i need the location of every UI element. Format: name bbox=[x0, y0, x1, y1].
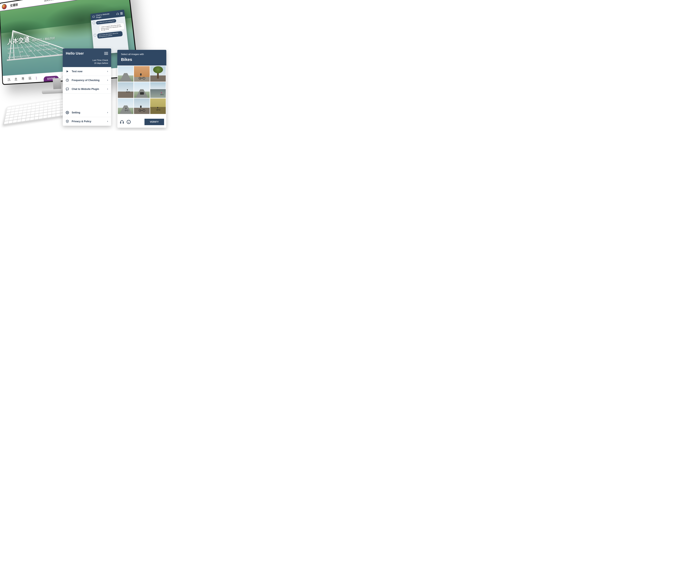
play-icon bbox=[66, 70, 69, 73]
chevron-right-icon bbox=[107, 120, 108, 123]
svg-rect-1 bbox=[117, 14, 117, 15]
captcha-instruction: Select all images with bbox=[121, 53, 163, 56]
captcha-target: Bikes bbox=[121, 57, 163, 62]
captcha-panel: Select all images with Bikes VERIFY bbox=[117, 50, 166, 128]
captcha-tile[interactable] bbox=[150, 82, 166, 98]
svg-rect-8 bbox=[123, 122, 124, 123]
menu-toggle-button[interactable] bbox=[104, 52, 108, 55]
svg-point-5 bbox=[67, 112, 68, 113]
svg-rect-2 bbox=[118, 14, 119, 15]
chat-icon bbox=[92, 15, 95, 18]
section-title-text: 訊 息 專 區 bbox=[8, 76, 33, 81]
captcha-tile[interactable] bbox=[118, 66, 133, 82]
audio-challenge-button[interactable] bbox=[120, 120, 124, 124]
shield-icon bbox=[66, 120, 69, 123]
menu-list: Test now Frequency of Checking Chat to W… bbox=[63, 67, 111, 126]
chat-widget-title: Chat to Website Plugin bbox=[96, 12, 115, 19]
verify-button[interactable]: VERIFY bbox=[144, 119, 164, 125]
hamburger-icon[interactable] bbox=[120, 12, 123, 15]
chevron-right-icon bbox=[107, 88, 108, 90]
keyboard-mockup bbox=[3, 98, 66, 125]
nav-item[interactable]: 認識交通部 bbox=[44, 0, 55, 2]
chat-bubble-bot: Here is the information about the drivin… bbox=[97, 31, 123, 39]
headphones-icon bbox=[120, 120, 124, 124]
menu-item-test-now[interactable]: Test now bbox=[63, 67, 111, 76]
menu-item-setting[interactable]: Setting bbox=[63, 108, 111, 117]
site-logo-text: 交通部 bbox=[10, 3, 18, 8]
menu-item-chat-plugin[interactable]: Chat to Website Plugin bbox=[63, 85, 111, 94]
chat-bubble-user: I want to inquire about the driving lice… bbox=[99, 23, 125, 32]
clock-icon bbox=[66, 78, 69, 82]
menu-item-label: Frequency of Checking bbox=[72, 79, 100, 82]
captcha-grid bbox=[117, 66, 166, 115]
app-panel: Hello User Last Time Check 20 days befor… bbox=[63, 48, 111, 126]
captcha-tile[interactable] bbox=[134, 98, 150, 114]
bot-avatar-icon bbox=[93, 21, 95, 24]
app-panel-header: Hello User Last Time Check 20 days befor… bbox=[63, 48, 111, 67]
chevron-right-icon bbox=[107, 79, 108, 81]
site-logo-icon bbox=[2, 4, 7, 10]
chat-widget-preview: Chat to Website Plugin Hi, What are you … bbox=[90, 10, 129, 55]
captcha-tile[interactable] bbox=[150, 98, 166, 114]
menu-item-label: Test now bbox=[72, 70, 82, 73]
captcha-tile[interactable] bbox=[134, 82, 150, 98]
menu-item-label: Privacy & Policy bbox=[72, 120, 91, 123]
menu-item-frequency[interactable]: Frequency of Checking bbox=[63, 76, 111, 85]
captcha-tile[interactable] bbox=[150, 66, 166, 82]
captcha-tile[interactable] bbox=[118, 82, 133, 98]
gear-icon bbox=[66, 111, 69, 114]
svg-point-6 bbox=[67, 121, 68, 122]
greeting-text: Hello User bbox=[66, 51, 84, 56]
info-button[interactable] bbox=[126, 120, 131, 124]
last-check-label: Last Time Check bbox=[66, 59, 108, 62]
hero-subtitle: 與民同行 / 連結共好 bbox=[32, 36, 55, 42]
section-title-divider: | bbox=[36, 76, 39, 80]
menu-item-label: Chat to Website Plugin bbox=[72, 88, 99, 91]
menu-item-privacy[interactable]: Privacy & Policy bbox=[63, 117, 111, 126]
chevron-right-icon bbox=[107, 111, 108, 114]
chat-icon bbox=[66, 87, 69, 91]
section-title: 訊 息 專 區 | bbox=[8, 76, 39, 82]
bot-avatar-icon bbox=[94, 34, 96, 37]
info-icon bbox=[127, 120, 131, 124]
captcha-tile[interactable] bbox=[134, 66, 150, 82]
captcha-header: Select all images with Bikes bbox=[117, 50, 166, 66]
captcha-footer: VERIFY bbox=[117, 117, 166, 128]
captcha-tile[interactable] bbox=[118, 98, 133, 114]
last-check-value: 20 days before bbox=[66, 62, 108, 65]
svg-rect-7 bbox=[120, 122, 121, 123]
menu-item-label: Setting bbox=[72, 111, 80, 114]
headphones-icon bbox=[116, 12, 119, 15]
chevron-right-icon bbox=[107, 70, 108, 73]
svg-rect-0 bbox=[93, 16, 95, 17]
